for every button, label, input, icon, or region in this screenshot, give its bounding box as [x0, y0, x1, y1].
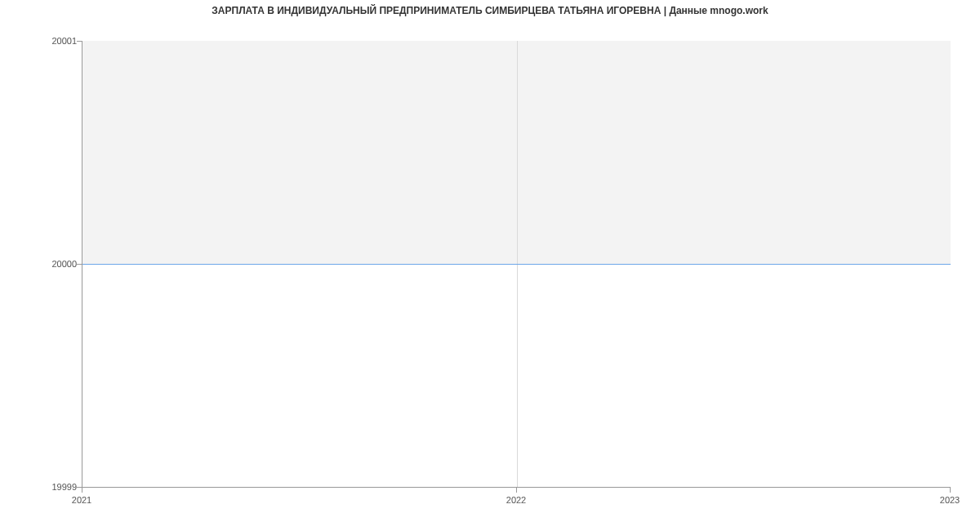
salary-line-chart: ЗАРПЛАТА В ИНДИВИДУАЛЬНЫЙ ПРЕДПРИНИМАТЕЛ… — [0, 0, 980, 531]
y-tick — [77, 264, 82, 265]
y-tick-label: 19999 — [51, 482, 77, 492]
y-tick — [77, 41, 82, 42]
plot-area — [82, 41, 951, 488]
x-tick-label: 2023 — [940, 495, 960, 505]
data-line-series-0 — [82, 264, 951, 265]
x-tick — [516, 488, 517, 493]
y-tick-label: 20000 — [51, 259, 77, 269]
x-tick-label: 2021 — [72, 495, 91, 505]
chart-title: ЗАРПЛАТА В ИНДИВИДУАЛЬНЫЙ ПРЕДПРИНИМАТЕЛ… — [0, 5, 980, 16]
y-tick-label: 20001 — [51, 36, 77, 46]
x-tick — [82, 488, 82, 493]
x-tick-label: 2022 — [506, 495, 526, 505]
x-tick — [950, 488, 951, 493]
